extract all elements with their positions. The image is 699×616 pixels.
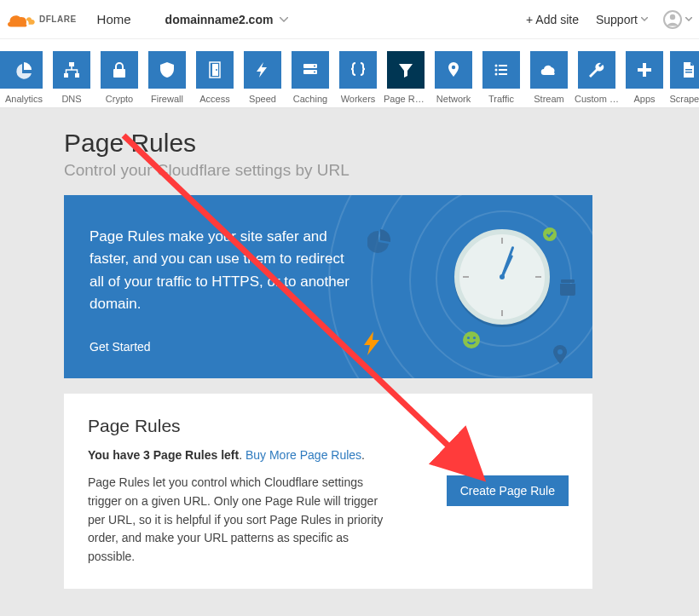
get-started-link[interactable]: Get Started [90,340,151,354]
drive-icon [292,51,329,89]
doc-icon [670,51,699,89]
checkmark-icon [543,227,557,245]
tab-traffic[interactable]: Traffic [481,51,522,104]
svg-rect-24 [685,69,692,71]
tab-firewall[interactable]: Firewall [147,51,188,104]
rules-description: Page Rules let you control which Cloudfl… [88,474,390,566]
svg-rect-7 [113,69,125,78]
tab-scrapes[interactable]: Scrape S [672,51,699,104]
wrench-icon [578,51,615,89]
content-area: Page Rules Control your Cloudflare setti… [0,108,699,616]
create-page-rule-button[interactable]: Create Page Rule [447,475,569,506]
tab-dns[interactable]: DNS [51,51,92,104]
tab-label: Workers [341,94,376,104]
support-link[interactable]: Support [596,13,648,26]
logo-text: DFLARE [39,14,77,24]
tab-customp[interactable]: Custom P... [576,51,617,104]
svg-point-30 [473,337,476,339]
svg-rect-23 [638,68,651,72]
shield-icon [148,51,186,89]
tab-label: Caching [293,94,327,104]
tab-apps[interactable]: Apps [624,51,665,104]
tab-label: Analytics [5,94,43,104]
storage-icon [558,277,577,299]
user-icon [663,10,682,29]
tab-label: Crypto [106,94,133,104]
tab-label: Apps [633,94,655,104]
svg-point-14 [314,72,315,73]
tab-label: DNS [61,94,81,104]
pin-icon [435,51,472,89]
hero-text: Page Rules make your site safer and fast… [90,226,362,315]
user-menu[interactable] [663,10,692,29]
top-bar: DFLARE Home domainname2.com + Add site S… [0,0,699,39]
svg-point-10 [216,69,217,71]
door-icon [196,51,234,89]
tab-label: Traffic [488,94,514,104]
smiley-icon [463,331,480,352]
chevron-down-icon [641,17,648,21]
tab-caching[interactable]: Caching [290,51,331,104]
add-site-link[interactable]: + Add site [526,13,579,26]
svg-rect-5 [64,73,68,78]
tab-label: Firewall [151,94,183,104]
tab-label: Scrape S [669,94,699,104]
cloudflare-logo[interactable]: DFLARE [7,11,77,28]
tab-label: Custom P... [575,94,619,104]
tab-workers[interactable]: Workers [338,51,378,104]
tab-label: Access [199,94,229,104]
lock-icon [101,51,138,89]
current-domain: domainname2.com [165,13,274,26]
tab-stream[interactable]: Stream [529,51,569,104]
svg-point-15 [452,66,455,69]
plus-icon [626,51,663,89]
chevron-down-icon [280,17,288,22]
tab-pagerules[interactable]: Page Rules [385,51,426,104]
page-title: Page Rules [64,129,592,158]
svg-rect-25 [685,72,692,73]
tab-label: Stream [534,94,563,104]
domain-selector[interactable]: domainname2.com [165,13,289,26]
page-rules-card: Page Rules You have 3 Page Rules left. B… [64,394,592,588]
svg-point-13 [314,66,315,67]
svg-point-16 [495,65,498,67]
support-label: Support [596,13,638,26]
list-icon [482,51,520,89]
tab-network[interactable]: Network [433,51,474,104]
pie-icon [5,51,43,89]
buy-more-link[interactable]: Buy More Page Rules [246,448,361,462]
svg-point-20 [495,73,498,76]
tab-access[interactable]: Access [194,51,235,104]
cloud-icon [530,51,568,89]
page-subtitle: Control your Cloudflare settings by URL [64,161,592,180]
home-link[interactable]: Home [97,12,131,26]
bolt-icon [244,51,281,89]
location-pin-icon [553,345,567,367]
nav-tabs: ewAnalyticsDNSCryptoFirewallAccessSpeedC… [0,39,699,108]
tab-label: Network [436,94,471,104]
cloud-icon [7,11,36,28]
braces-icon [339,51,377,89]
tab-label: Page Rules [384,94,428,104]
rules-quota: You have 3 Page Rules left. Buy More Pag… [88,448,390,462]
rules-quota-text: You have 3 Page Rules left [88,448,239,462]
sitemap-icon [53,51,90,89]
svg-rect-17 [499,65,507,66]
svg-rect-6 [75,73,79,78]
rules-card-title: Page Rules [88,416,390,436]
lightning-icon [362,331,381,359]
svg-rect-21 [499,73,507,75]
tab-crypto[interactable]: Crypto [99,51,140,104]
tab-label: Speed [249,94,276,104]
tab-analytics[interactable]: Analytics [3,51,44,104]
svg-point-18 [495,69,498,72]
svg-rect-19 [499,69,507,71]
hero-banner: Page Rules make your site safer and fast… [64,195,592,378]
svg-point-29 [467,337,470,339]
chevron-down-icon [685,17,692,21]
svg-rect-4 [69,62,74,66]
svg-point-31 [557,349,563,354]
funnel-icon [387,51,425,89]
tab-speed[interactable]: Speed [242,51,283,104]
svg-rect-27 [561,279,575,283]
